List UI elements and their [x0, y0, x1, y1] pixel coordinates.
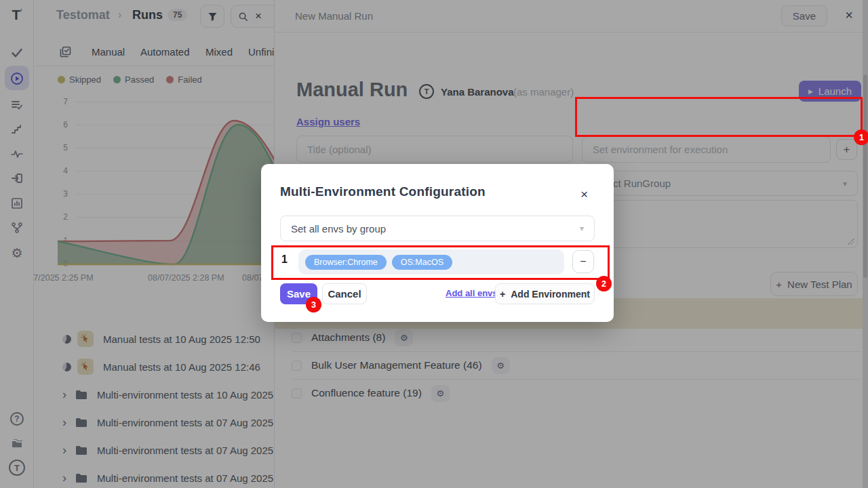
- annotation-box-2: [271, 245, 610, 280]
- env-group-select[interactable]: Set all envs by group ▾: [280, 216, 595, 241]
- chevron-down-icon: ▾: [580, 224, 584, 233]
- add-all-envs-link[interactable]: Add all envs: [446, 288, 498, 298]
- screen: Tꞌ: [0, 0, 868, 488]
- plus-icon: +: [500, 289, 505, 300]
- annotation-step-2: 2: [596, 276, 612, 291]
- annotation-step-1: 1: [854, 129, 868, 145]
- modal-title: Multi-Environment Configuration: [280, 184, 486, 199]
- modal-cancel-button[interactable]: Cancel: [322, 283, 367, 304]
- annotation-box-1: [575, 97, 863, 137]
- annotation-step-3: 3: [306, 297, 321, 312]
- add-environment-button[interactable]: + Add Environment: [495, 283, 595, 304]
- modal-close-icon[interactable]: ×: [580, 188, 588, 201]
